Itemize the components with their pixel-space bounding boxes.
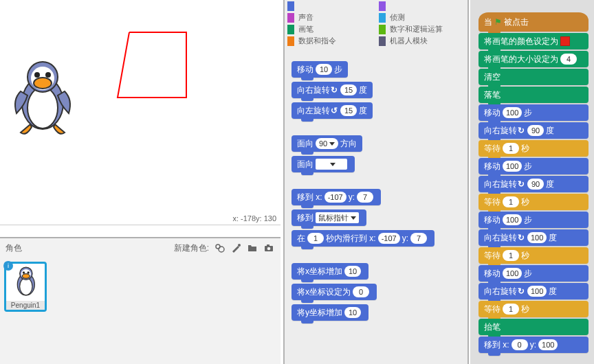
number-input[interactable]: 100 (527, 232, 547, 243)
block-turn-left[interactable]: 向左旋转↺15度 (292, 102, 373, 119)
block-clear[interactable]: 清空 (478, 69, 588, 85)
direction-input[interactable]: 90 (316, 138, 338, 149)
number-input[interactable]: 7 (410, 233, 427, 244)
block-glide[interactable]: 在1秒内滑行到 x:-107y:7 (292, 230, 434, 247)
block-when-flag-clicked[interactable]: 当⚑被点击 (478, 12, 588, 32)
number-input[interactable]: 100 (527, 286, 547, 297)
number-input[interactable]: -107 (378, 233, 400, 244)
cw-arrow-icon: ↻ (330, 85, 338, 95)
svg-point-8 (219, 247, 224, 252)
svg-point-6 (34, 78, 52, 89)
category-item[interactable] (376, 0, 468, 12)
upload-sprite-icon[interactable] (246, 242, 258, 254)
number-input[interactable]: 10 (344, 266, 361, 277)
block-point-towards[interactable]: 面向 (292, 156, 355, 172)
stage-drawn-shape (116, 30, 191, 104)
number-input[interactable]: 90 (527, 179, 544, 190)
block-change-x[interactable]: 将x坐标增加10 (292, 263, 368, 280)
number-input[interactable]: 100 (503, 107, 522, 118)
number-input[interactable]: 1 (503, 143, 519, 154)
number-input[interactable]: 100 (503, 214, 522, 225)
number-input[interactable]: 15 (340, 84, 357, 95)
block-move-steps[interactable]: 移动100步 (478, 212, 588, 228)
number-input[interactable]: 90 (527, 125, 544, 136)
number-input[interactable]: 100 (538, 339, 558, 350)
category-item[interactable]: 声音 (285, 12, 376, 23)
camera-sprite-icon[interactable] (263, 242, 275, 254)
category-grid: 声音 侦测 画笔 数字和逻辑运算 数据和指令 机器人模块 (285, 0, 468, 51)
block-turn-right[interactable]: 向右旋转↻90度 (478, 176, 588, 192)
category-item[interactable] (285, 0, 376, 12)
category-item[interactable]: 数据和指令 (285, 35, 376, 47)
svg-point-14 (20, 278, 32, 295)
dropdown-input[interactable]: 鼠标指针 (316, 212, 359, 223)
cw-arrow-icon: ↻ (517, 179, 525, 189)
block-goto-xy[interactable]: 移到 x:-107y:7 (292, 189, 381, 205)
sprite-panel-title: 角色 (6, 242, 22, 254)
block-move-steps[interactable]: 移动100步 (478, 158, 588, 174)
number-input[interactable]: 15 (340, 105, 357, 116)
block-turn-right[interactable]: 向右旋转↻100度 (478, 283, 588, 299)
cw-arrow-icon: ↻ (517, 233, 525, 242)
number-input[interactable]: 4 (560, 54, 577, 65)
svg-point-5 (45, 72, 51, 78)
cw-arrow-icon: ↻ (517, 286, 525, 296)
number-input[interactable]: 100 (503, 161, 522, 172)
block-palette: 声音 侦测 画笔 数字和逻辑运算 数据和指令 机器人模块 移动10步 向右旋转↻… (283, 0, 469, 364)
sprite-panel: 角色 新建角色: i Penguin1 (0, 237, 280, 364)
block-wait[interactable]: 等待1秒 (478, 140, 588, 157)
block-turn-right[interactable]: 向右旋转↻15度 (292, 82, 373, 98)
block-set-x[interactable]: 将x坐标设定为0 (292, 284, 377, 300)
sprite-on-stage[interactable] (7, 58, 76, 139)
number-input[interactable]: 0 (353, 286, 369, 297)
new-sprite-label: 新建角色: (174, 242, 209, 254)
block-move-steps[interactable]: 移动10步 (292, 61, 348, 78)
block-move-steps[interactable]: 移动100步 (478, 265, 588, 282)
green-flag-icon: ⚑ (494, 17, 502, 27)
sprite-info-icon[interactable]: i (3, 261, 13, 271)
cw-arrow-icon: ↻ (517, 126, 525, 135)
block-set-pen-size[interactable]: 将画笔的大小设定为4 (478, 51, 588, 67)
category-item[interactable]: 数字和逻辑运算 (376, 23, 468, 35)
number-input[interactable]: 10 (344, 307, 361, 318)
block-set-pen-color[interactable]: 将画笔的颜色设定为 (478, 33, 588, 49)
block-wait[interactable]: 等待1秒 (478, 301, 588, 317)
choose-sprite-icon[interactable] (213, 242, 226, 254)
block-turn-right[interactable]: 向右旋转↻90度 (478, 122, 588, 139)
color-input[interactable] (560, 36, 570, 46)
number-input[interactable]: 10 (316, 64, 332, 75)
dropdown-input[interactable] (316, 159, 347, 170)
block-point-direction[interactable]: 面向90方向 (292, 135, 362, 152)
block-change-y[interactable]: 将y坐标增加10 (292, 304, 368, 321)
paint-sprite-icon[interactable] (230, 242, 242, 254)
block-goto-object[interactable]: 移到鼠标指针 (292, 209, 366, 226)
svg-point-9 (238, 244, 241, 247)
block-move-steps[interactable]: 移动100步 (478, 104, 588, 121)
stage-coords-readout: x: -178y: 130 (232, 214, 276, 223)
ccw-arrow-icon: ↺ (330, 106, 338, 115)
number-input[interactable]: 1 (307, 233, 324, 244)
svg-point-4 (34, 72, 40, 78)
category-item[interactable]: 侦测 (376, 12, 468, 23)
number-input[interactable]: 1 (503, 304, 519, 315)
script-area[interactable]: 当⚑被点击 将画笔的颜色设定为 将画笔的大小设定为4 清空 落笔 移动100步 … (470, 0, 594, 364)
block-goto-xy[interactable]: 移到 x:0y:100 (478, 337, 588, 353)
number-input[interactable]: 0 (512, 339, 528, 350)
stage-canvas[interactable]: x: -178y: 130 (0, 0, 280, 225)
number-input[interactable]: 1 (503, 196, 519, 207)
block-turn-right[interactable]: 向右旋转↻100度 (478, 229, 588, 246)
category-item[interactable]: 画笔 (285, 23, 376, 35)
block-wait[interactable]: 等待1秒 (478, 194, 588, 210)
block-pen-up[interactable]: 抬笔 (478, 319, 588, 335)
block-pen-down[interactable]: 落笔 (478, 87, 588, 103)
svg-rect-12 (267, 244, 270, 247)
category-item[interactable]: 机器人模块 (376, 35, 468, 47)
number-input[interactable]: -107 (324, 192, 346, 203)
sprite-thumb-label: Penguin1 (6, 301, 45, 310)
stage-panel: x: -178y: 130 (0, 0, 280, 237)
block-wait[interactable]: 等待1秒 (478, 247, 588, 264)
number-input[interactable]: 1 (503, 250, 519, 261)
sprite-thumbnail[interactable]: i Penguin1 (4, 262, 47, 312)
number-input[interactable]: 7 (357, 192, 373, 203)
number-input[interactable]: 100 (503, 268, 522, 279)
